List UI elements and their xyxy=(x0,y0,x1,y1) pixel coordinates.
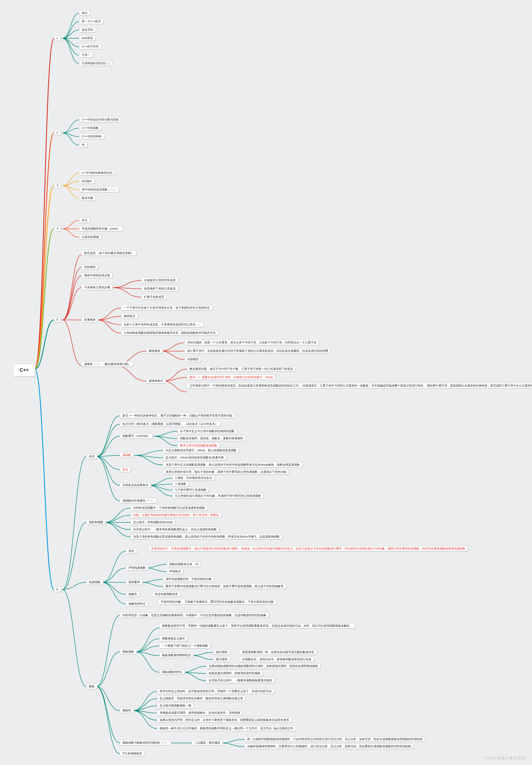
s4-item: 友元 xyxy=(79,218,90,223)
vdtor-item: 功能：正确引导delete关键字释放父类空间时，将子类空间一并释放 xyxy=(131,512,222,518)
watermark: CSDN @授人者也也也 xyxy=(484,756,525,761)
vdtor-item: 当某个类的析构函数设置成虚析构函数，那么该类的子孙类中的析构函数，即使没有加vi… xyxy=(131,534,282,539)
s5-virtual: 虚继承（！） （解决菱形继承问题） xyxy=(82,362,134,367)
call-exp-text: 在函数名后，使用尖括号，将形参的数据类型进行传递 xyxy=(240,657,314,662)
s5-diamond: 菱形继承 xyxy=(146,348,163,354)
section-1: 1 xyxy=(54,35,61,41)
s3-item: 匿名对象 xyxy=(79,195,96,201)
tclass-item: 定义格式跟函数模板一致 xyxy=(157,703,194,708)
poly-head: 多态分类 ->静态多态（函数重载，运算符重载），动态多态（运行时多态） xyxy=(120,421,221,426)
section-6: 6 xyxy=(54,587,61,592)
mech-item: 当编译器编译到调用时，实参类型代入到模板时，进行语法分析、语义分析，如果无误，则… xyxy=(245,744,414,749)
purpose-label: 目的 xyxy=(126,548,137,554)
s2-item: C++中的结构体 xyxy=(79,134,104,139)
vdtor-item: 定义格式：析构函数前加virtual xyxy=(131,519,175,525)
s3-item: c++中类的结构体的区别 xyxy=(79,170,115,176)
s4-item: 运算符的重载 xyxy=(79,234,102,240)
abs-label: 抽象类 xyxy=(126,591,140,597)
spec-label: 模板函数的特化 xyxy=(159,669,185,675)
tclass-item: 类模板必须显式调用，使用类模板时，必须传递类型，否则报错 xyxy=(157,710,243,715)
spec-item: 如果是显式调用时，则使用的是特化模板 xyxy=(206,671,263,676)
vfunc-item: 在定义函数前加关键字：virtual，那么该函数就是虚函数 xyxy=(163,448,239,453)
call-imp-text: 跟普通函数调用一样，由系统自动推导形式参的数据类型 xyxy=(240,649,317,655)
tclass-item: 如果出现类内声明，类外定义时，在类外只要使用了模板类名，就要重新定义新的模板来共… xyxy=(157,717,291,723)
tfunc-item: 一个模板下面只能定义一个模板函数 xyxy=(159,643,211,648)
s5-vformat-item: 格式 —》需要在生成中间子类时，在继承方式前加关键字：virtual xyxy=(187,375,275,380)
vdtor-label: 虚析构函数 xyxy=(86,519,106,525)
stl-label: STL标准模板库 xyxy=(120,751,145,756)
spec-item: 在实际开发过程中，一般要求函数模板要显式调用 xyxy=(206,678,274,683)
duotai-text: 使用父类指针或引用，指向子类的对象，调用子类中重写的父类的虚函数，会展现出子类的… xyxy=(163,469,289,474)
mech-mid: 二次编译，延时编译 xyxy=(192,740,223,745)
s5-item: 继承中特殊的成员函 xyxy=(82,273,113,278)
call-label: 模板函数调用两种情况 xyxy=(159,653,194,658)
s5-subinherit-item: 全盘接受父类的所有成员 xyxy=(141,278,178,283)
s5-multi-item: 父类的构造函数的调用顺序跟继承顺序有关，跟构造函数的书写顺序无关 xyxy=(121,330,218,336)
s1-item: 命名空间 xyxy=(79,27,96,32)
s2-item: C++中的函数 xyxy=(79,125,101,131)
decl-label: 声明纯虚函数 xyxy=(126,565,148,570)
absf-text: 不能实例化对象， 只能被子类继承后，重写完所有的抽象类函数后，子类才能实例化对象 xyxy=(158,599,276,604)
override-item: 在子类中定义与父类中函数原型相同的函数 xyxy=(177,428,237,434)
req-item: 要求子类要对纯虚函数进行重写后才能使用，如果不重写该纯虚函数，那么该子类依然抽象… xyxy=(163,583,286,589)
vdtor-item: 在开发过程中，一般常将析构函数显性定义，并定义成虚析构函数 xyxy=(131,527,219,532)
cond-label: 实现多态的必要条件 xyxy=(120,482,151,488)
poly-label: 多态 xyxy=(86,454,97,459)
s2-item: C++中的动态内存分配与回收 xyxy=(79,117,122,122)
poly-head: 多态 ->一种形式的多种状态，属于泛型编程的一种；试图以不变的程序实现可变的功能 xyxy=(120,413,235,418)
call-exp: 显式调用 xyxy=(213,657,230,662)
decl-item: 函数的函数体去掉，=0 xyxy=(167,561,201,567)
tfunc-label: 模板函数 xyxy=(120,649,137,654)
root-node: C++ xyxy=(13,364,35,377)
vfunc-label: 虚函数 xyxy=(120,452,134,458)
s5-multi: 多重继承 xyxy=(82,317,98,322)
s5-subinherit-item: 扩展子类新成员 xyxy=(141,294,167,300)
s5-diamond-item: 问题模型 xyxy=(185,357,201,362)
s5-vformat: 虚继承格式 xyxy=(146,378,166,383)
call-imp: 隐式调用 xyxy=(213,649,230,655)
req-label: 使用要求 xyxy=(126,579,143,585)
s1-item: 第一个c++程序 xyxy=(79,19,104,24)
tfunc-item: 函数模板定义格式 xyxy=(159,636,188,641)
mech-label: 模板函数与模板类的实现机制（！） xyxy=(120,740,171,745)
section-2: 2 xyxy=(54,130,61,135)
s3-item: 类中特殊的成员函数（！） xyxy=(79,187,119,192)
s4-item: 常成员函数和常对象（const） xyxy=(79,226,123,231)
section-5: 5 xyxy=(54,317,61,322)
s5-subinherit-item: 改造继承下来的父类成员 xyxy=(141,286,178,291)
cond-item: 3.子类中重写父类虚函数 xyxy=(173,487,209,492)
s3-item: this指针 xyxy=(79,179,95,184)
vfunc-item: 当某个类中定义的函数是虚函数，那么该类的子孙类中的该函数即使没有加virtual… xyxy=(163,462,302,467)
override-item: 要求父类中的该函数是虚函数 xyxy=(177,443,220,448)
tclass-item: 定义模板类，用该类实例化对象时，数据类型由主调函数传递过来 xyxy=(157,696,246,701)
mech-item: 第一次编译到函数模板或类模板时，只会对除类型之外的部分进行语法分析、语义分析，如… xyxy=(245,736,425,742)
s5-vformat-item: 解决菱形问题，保证不论中间子类个数，汇聚子类只保留一份公共基类留下的成员 xyxy=(187,366,296,372)
s5-diamond-item: 亦钻石继承，就是一个公共基类，派生出多个中间子类，又由多个中间子类，共同派生出一… xyxy=(185,340,319,345)
spec-item: 当基础模板函数和特化模板函数同时出现时，如果是隐式调用，则系统会调用基础模板 xyxy=(206,663,321,669)
override-item: 函数原型相同：返回值、函数名、参数列表都相同 xyxy=(177,436,246,441)
s5-multi-item: 当多个父类中有同名成员是，子类调用该成员时加父类名：； xyxy=(121,322,204,327)
section-4: 4 xyxy=(54,226,61,231)
s1-item: C++的字符串 xyxy=(79,44,101,49)
logic: 虚函数的实现逻辑（！） xyxy=(120,498,157,503)
purpose-text: 在某些情况下，在类的虚函数中，我们不想使用父类的对象进行调用。 或者说，在父类中… xyxy=(149,546,468,551)
s5-item: 静态成员 （多个类对象共享静态变量） xyxy=(82,251,136,256)
cond-item: 1.继承，没有继承就没有多态 xyxy=(173,475,215,480)
override-label: 函数重写（override） xyxy=(120,433,153,438)
s1-item: 绪论 xyxy=(79,10,90,16)
s5-multi-item: 一个子类可以有多个父类共同派生出来，该子类拥有所有父类的特点 xyxy=(121,305,213,310)
cond-item: 2.虚函数 xyxy=(173,481,189,486)
tclass-item: 程序有时定义类的时，由于数据类型的不同，导致同一个类要定义多个，造成代码的冗余 xyxy=(157,689,274,694)
tpl-intro: 对程序的进一步抽象，也是泛型编程的最高体现。在模板中，不仅仅是对数据值的抽象，也… xyxy=(120,613,269,618)
cond-item: 4.父类指针或引用指向子类对象，并调用子类中重写的父类的虚函数 xyxy=(173,493,264,498)
tclass-item: 模板类一般不进行分文件编译，模板类的函数声明和定义一般在同一个文件中，该文件以 … xyxy=(157,726,296,731)
s1-item: 引用和指针的区别(！) xyxy=(79,61,112,66)
decl-item: 声明格式 xyxy=(167,569,183,574)
s5-item: 类的继承 xyxy=(82,264,98,270)
tfunc-head: 参数数据类型不同，导致同一功能的函数要定义多个。虽然可以使用函数重载来实现， 但… xyxy=(159,623,355,628)
s5-vformat-item: 正常继承过程中，子类的继承的成员，应该由直接父类调用构造完成数据的初始化工作。 … xyxy=(187,383,532,388)
s1-item: bool类型 xyxy=(79,35,96,41)
req-item: 保护纯虚函数的类，不能实例化对象 xyxy=(163,576,214,582)
vfunc-item: 定义格式：virtual 返回值类型函数名(形参列表 xyxy=(163,455,227,460)
duotai-label: 多态 xyxy=(120,467,131,472)
